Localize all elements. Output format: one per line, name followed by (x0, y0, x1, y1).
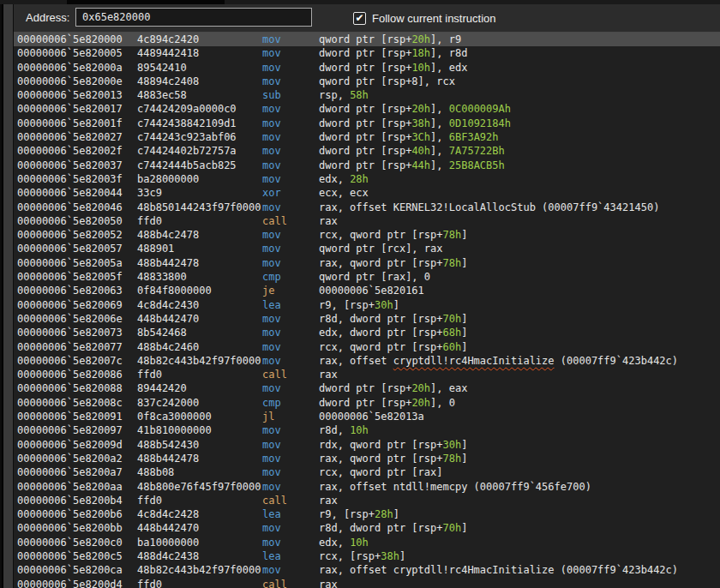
disassembly-row[interactable]: 00000006`5e820097 41b810000000 mov r8d, … (14, 423, 720, 437)
instruction-bytes: 41b810000000 (137, 423, 262, 437)
disassembly-row[interactable]: 00000006`5e82006e 448b442470 mov r8d, dw… (14, 312, 720, 326)
follow-instruction-toggle[interactable]: ✔ Follow current instruction (353, 8, 496, 28)
instruction-address: 00000006`5e820013 (17, 88, 137, 102)
instruction-bytes: 488b442478 (137, 452, 262, 465)
instruction-bytes: 4489442418 (137, 46, 262, 60)
instruction-bytes: 488d4c2438 (137, 549, 262, 563)
instruction-address: 00000006`5e82002f (17, 144, 137, 158)
disassembly-row[interactable]: 00000006`5e820000 4c894c2420 mov qword p… (14, 33, 720, 46)
disassembly-row[interactable]: 00000006`5e82005f 48833800 cmp qword ptr… (14, 270, 720, 284)
instruction-operands: rax, offset KERNEL32!LocalAllocStub (000… (319, 201, 720, 214)
instruction-address: 00000006`5e820027 (17, 130, 137, 144)
instruction-bytes: c744243c923abf06 (137, 130, 262, 144)
instruction-address: 00000006`5e82000e (17, 75, 137, 88)
disassembly-row[interactable]: 00000006`5e820063 0f84f8000000 je 000000… (14, 284, 720, 297)
disassembly-row[interactable]: 00000006`5e820044 33c9 xor ecx, ecx (14, 186, 720, 200)
disassembly-row[interactable]: 00000006`5e8200aa 48b800e76f45f97f0000 m… (14, 480, 720, 494)
disassembly-row[interactable]: 00000006`5e8200a2 488b442478 mov rax, qw… (14, 452, 720, 465)
instruction-mnemonic: mov (262, 75, 319, 88)
instruction-operands: ecx, ecx (319, 186, 720, 200)
instruction-bytes: 488b08 (137, 465, 262, 479)
instruction-mnemonic: mov (262, 159, 319, 172)
disassembly-row[interactable]: 00000006`5e820057 488901 mov qword ptr [… (14, 242, 720, 255)
disassembly-row[interactable]: 00000006`5e820005 4489442418 mov dword p… (14, 46, 720, 60)
instruction-operands: rcx, qword ptr [rsp+78h] (319, 228, 720, 242)
instruction-operands: dword ptr [rsp+38h], 0D1092184h (319, 117, 720, 130)
instruction-address: 00000006`5e820086 (17, 368, 137, 381)
disassembly-row[interactable]: 00000006`5e8200b6 4c8d4c2428 lea r9, [rs… (14, 507, 720, 521)
disassembly-row[interactable]: 00000006`5e820027 c744243c923abf06 mov d… (14, 130, 720, 144)
instruction-bytes: c74424402b72757a (137, 144, 262, 158)
instruction-mnemonic: sub (262, 88, 319, 102)
disassembly-row[interactable]: 00000006`5e82003f ba28000000 mov edx, 28… (14, 172, 720, 186)
disassembly-row[interactable]: 00000006`5e820046 48b850144243f97f0000 m… (14, 201, 720, 214)
instruction-mnemonic: mov (262, 242, 319, 255)
disassembly-row[interactable]: 00000006`5e820017 c74424209a0000c0 mov d… (14, 102, 720, 116)
disassembly-row[interactable]: 00000006`5e82008c 837c242000 cmp dword p… (14, 396, 720, 410)
instruction-operands: qword ptr [rax], 0 (319, 270, 720, 284)
instruction-bytes: 0f84f8000000 (137, 284, 262, 297)
disassembly-row[interactable]: 00000006`5e820086 ffd0 call rax (14, 368, 720, 381)
disassembly-row[interactable]: 00000006`5e820037 c7442444b5acb825 mov d… (14, 159, 720, 172)
disassembly-row[interactable]: 00000006`5e8200b4 ffd0 call rax (14, 494, 720, 507)
instruction-bytes: ba28000000 (137, 172, 262, 186)
disassembly-row[interactable]: 00000006`5e820050 ffd0 call rax (14, 214, 720, 228)
instruction-operands: rax, offset cryptdll!rc4HmacInitialize (… (319, 563, 720, 577)
instruction-mnemonic: mov (262, 256, 319, 270)
instruction-address: 00000006`5e82001f (17, 117, 137, 130)
checkmark-icon: ✔ (355, 13, 363, 23)
panel-splitter[interactable] (2, 4, 13, 588)
disassembly-row[interactable]: 00000006`5e8200a7 488b08 mov rcx, qword … (14, 465, 720, 479)
disassembly-row[interactable]: 00000006`5e82005a 488b442478 mov rax, qw… (14, 256, 720, 270)
instruction-mnemonic: mov (262, 340, 319, 354)
instruction-address: 00000006`5e82007c (17, 354, 137, 368)
instruction-mnemonic: mov (262, 381, 319, 395)
instruction-bytes: ffd0 (137, 368, 262, 381)
instruction-mnemonic: mov (262, 172, 319, 186)
instruction-operands: rax (319, 368, 720, 381)
instruction-mnemonic: mov (262, 452, 319, 465)
disassembly-row[interactable]: 00000006`5e82000e 48894c2408 mov qword p… (14, 75, 720, 88)
instruction-mnemonic: cmp (262, 396, 319, 410)
instruction-address: 00000006`5e820057 (17, 242, 137, 255)
address-input[interactable] (75, 8, 312, 27)
instruction-address: 00000006`5e820097 (17, 423, 137, 437)
instruction-mnemonic: mov (262, 61, 319, 75)
follow-instruction-checkbox[interactable]: ✔ (353, 12, 366, 25)
instruction-bytes: ffd0 (137, 578, 262, 588)
disassembly-row[interactable]: 00000006`5e82009d 488b542430 mov rdx, qw… (14, 438, 720, 452)
instruction-operands: dword ptr [rsp+18h], r8d (319, 46, 720, 60)
instruction-mnemonic: mov (262, 536, 319, 549)
instruction-operands: rax, qword ptr [rsp+78h] (319, 256, 720, 270)
instruction-bytes: c7442438842109d1 (137, 117, 262, 130)
instruction-operands: rax (319, 494, 720, 507)
disassembly-row[interactable]: 00000006`5e820091 0f8ca3000000 jl 000000… (14, 410, 720, 423)
instruction-bytes: 89442420 (137, 381, 262, 395)
disassembly-row[interactable]: 00000006`5e820073 8b542468 mov edx, dwor… (14, 326, 720, 339)
instruction-address: 00000006`5e820073 (17, 326, 137, 339)
instruction-address: 00000006`5e82008c (17, 396, 137, 410)
instruction-bytes: 4883ec58 (137, 88, 262, 102)
disassembly-row[interactable]: 00000006`5e8200d4 ffd0 call rax (14, 578, 720, 588)
disassembly-row[interactable]: 00000006`5e8200bb 448b442470 mov r8d, dw… (14, 521, 720, 535)
instruction-bytes: 837c242000 (137, 396, 262, 410)
disassembly-row[interactable]: 00000006`5e820069 4c8d4c2430 lea r9, [rs… (14, 298, 720, 312)
disassembly-view[interactable]: 00000006`5e820000 4c894c2420 mov qword p… (14, 32, 720, 588)
disassembly-row[interactable]: 00000006`5e8200ca 48b82c443b42f97f0000 m… (14, 563, 720, 577)
disassembly-row[interactable]: 00000006`5e82002f c74424402b72757a mov d… (14, 144, 720, 158)
disassembly-row[interactable]: 00000006`5e820077 488b4c2460 mov rcx, qw… (14, 340, 720, 354)
disassembly-row[interactable]: 00000006`5e82007c 48b82c443b42f97f0000 m… (14, 354, 720, 368)
disassembly-row[interactable]: 00000006`5e8200c5 488d4c2438 lea rcx, [r… (14, 549, 720, 563)
instruction-mnemonic: mov (262, 465, 319, 479)
instruction-operands: rcx, [rsp+38h] (319, 549, 720, 563)
disassembly-row[interactable]: 00000006`5e820088 89442420 mov dword ptr… (14, 381, 720, 395)
instruction-address: 00000006`5e82003f (17, 172, 137, 186)
disassembly-row[interactable]: 00000006`5e8200c0 ba10000000 mov edx, 10… (14, 536, 720, 549)
disassembly-row[interactable]: 00000006`5e82001f c7442438842109d1 mov d… (14, 117, 720, 130)
disassembly-row[interactable]: 00000006`5e820052 488b4c2478 mov rcx, qw… (14, 228, 720, 242)
instruction-address: 00000006`5e8200c0 (17, 536, 137, 549)
disassembly-row[interactable]: 00000006`5e820013 4883ec58 sub rsp, 58h (14, 88, 720, 102)
instruction-address: 00000006`5e8200bb (17, 521, 137, 535)
disassembly-row[interactable]: 00000006`5e82000a 89542410 mov dword ptr… (14, 61, 720, 75)
instruction-address: 00000006`5e820037 (17, 159, 137, 172)
